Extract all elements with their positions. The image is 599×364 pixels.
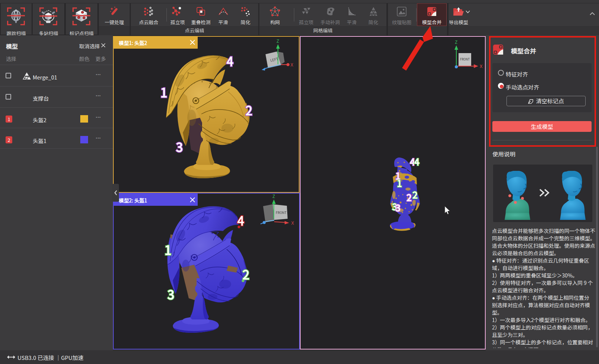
svg-text:X: X bbox=[291, 61, 294, 68]
svg-text:FRONT: FRONT bbox=[276, 210, 287, 215]
svg-text:Z: Z bbox=[455, 39, 457, 45]
svg-text:X: X bbox=[291, 219, 294, 226]
svg-text:2: 2 bbox=[407, 191, 411, 204]
svg-text:1: 1 bbox=[397, 176, 402, 189]
svg-text:2: 2 bbox=[246, 101, 252, 119]
svg-text:2: 2 bbox=[412, 188, 417, 201]
svg-text:4: 4 bbox=[414, 155, 420, 168]
svg-text:4: 4 bbox=[227, 52, 233, 70]
svg-text:FRONT: FRONT bbox=[460, 57, 470, 61]
svg-text:1: 1 bbox=[165, 241, 171, 259]
svg-text:Z: Z bbox=[272, 193, 275, 199]
svg-text:X: X bbox=[480, 62, 483, 69]
svg-text:Z: Z bbox=[276, 38, 279, 44]
svg-text:1: 1 bbox=[161, 83, 167, 101]
svg-text:3: 3 bbox=[168, 285, 174, 303]
svg-text:3: 3 bbox=[395, 201, 400, 214]
svg-text:3: 3 bbox=[176, 138, 183, 156]
